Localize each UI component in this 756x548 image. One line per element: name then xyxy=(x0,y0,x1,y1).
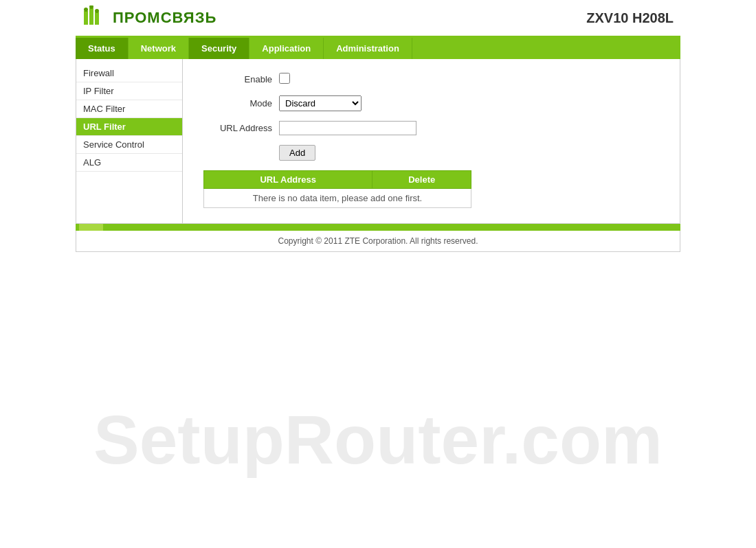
device-title: ZXV10 H208L xyxy=(586,10,674,26)
url-filter-table: URL Address Delete There is no data item… xyxy=(203,170,471,208)
mode-select[interactable]: Discard Allow xyxy=(279,95,362,111)
sidebar: Firewall IP Filter MAC Filter URL Filter… xyxy=(76,59,183,223)
svg-point-3 xyxy=(84,8,88,12)
enable-checkbox[interactable] xyxy=(279,73,290,84)
sidebar-item-firewall[interactable]: Firewall xyxy=(76,65,182,82)
footer-bar-accent xyxy=(79,224,103,231)
mode-row: Mode Discard Allow xyxy=(203,95,659,111)
mode-label: Mode xyxy=(203,98,279,109)
nav-item-administration[interactable]: Administration xyxy=(324,38,412,59)
logo-text: ПРОМСВЯЗЬ xyxy=(113,9,216,27)
footer-copyright: Copyright © 2011 ZTE Corporation. All ri… xyxy=(76,231,680,252)
main-content: Enable Mode Discard Allow URL Address xyxy=(183,59,680,223)
logo-icon xyxy=(82,5,107,30)
add-button-control: Add xyxy=(279,145,315,161)
enable-control xyxy=(279,73,290,86)
sidebar-item-service-control[interactable]: Service Control xyxy=(76,136,182,154)
col-delete: Delete xyxy=(373,171,471,189)
col-url-address: URL Address xyxy=(204,171,373,189)
nav-item-status[interactable]: Status xyxy=(76,38,129,59)
add-button-row: Add xyxy=(203,145,659,161)
url-address-input[interactable] xyxy=(279,121,416,135)
sidebar-item-ip-filter[interactable]: IP Filter xyxy=(76,82,182,100)
svg-rect-0 xyxy=(84,11,88,25)
sidebar-item-url-filter[interactable]: URL Filter xyxy=(76,118,182,136)
table-empty-row: There is no data item, please add one fi… xyxy=(204,189,471,208)
svg-point-5 xyxy=(95,9,99,13)
footer-green-bar xyxy=(76,224,680,231)
svg-rect-1 xyxy=(89,8,93,25)
content-area: Firewall IP Filter MAC Filter URL Filter… xyxy=(76,59,680,224)
nav-item-application[interactable]: Application xyxy=(249,38,324,59)
enable-label: Enable xyxy=(203,74,279,84)
table-empty-message: There is no data item, please add one fi… xyxy=(204,189,471,208)
url-address-label: URL Address xyxy=(203,123,279,133)
sidebar-item-alg[interactable]: ALG xyxy=(76,154,182,172)
url-address-row: URL Address xyxy=(203,121,659,135)
svg-rect-2 xyxy=(95,12,99,25)
add-button[interactable]: Add xyxy=(279,145,315,161)
nav-item-network[interactable]: Network xyxy=(129,38,189,59)
sidebar-item-mac-filter[interactable]: MAC Filter xyxy=(76,100,182,118)
header: ПРОМСВЯЗЬ ZXV10 H208L xyxy=(76,0,680,38)
page-wrapper: ПРОМСВЯЗЬ ZXV10 H208L Status Network Sec… xyxy=(76,0,680,252)
enable-row: Enable xyxy=(203,73,659,86)
nav-item-security[interactable]: Security xyxy=(189,38,249,59)
logo-area: ПРОМСВЯЗЬ xyxy=(82,5,216,30)
nav-bar: Status Network Security Application Admi… xyxy=(76,38,680,59)
mode-control: Discard Allow xyxy=(279,95,362,111)
url-address-control xyxy=(279,121,416,135)
